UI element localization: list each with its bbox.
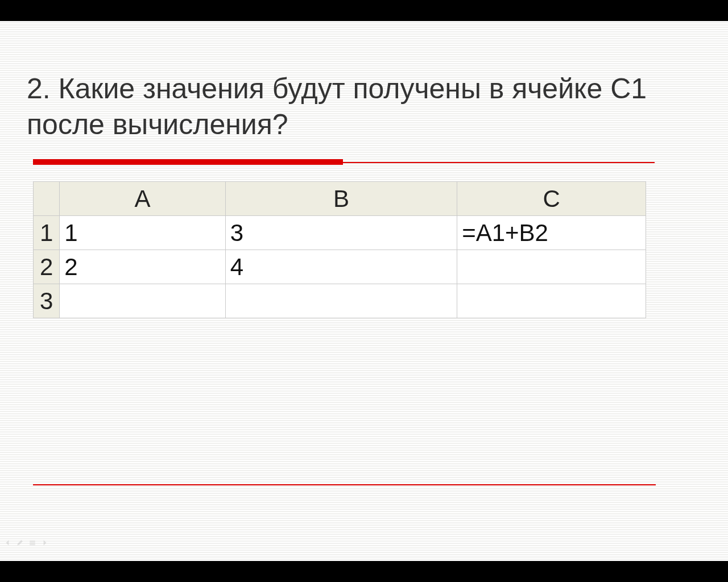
slide-controls (3, 539, 49, 547)
title-underline (27, 159, 655, 167)
thick-red-line (33, 159, 343, 165)
pen-icon[interactable] (16, 539, 24, 547)
cell-b2: 4 (225, 250, 457, 284)
cell-a3 (60, 284, 226, 318)
cell-a2: 2 (60, 250, 226, 284)
svg-rect-0 (30, 541, 35, 542)
corner-cell (34, 182, 60, 216)
row-header: 1 (34, 216, 60, 250)
bottom-red-line (33, 484, 656, 485)
spreadsheet-table: A B C 1 1 3 =A1+B2 2 2 4 (33, 181, 646, 318)
row-header: 3 (34, 284, 60, 318)
svg-rect-2 (30, 544, 35, 545)
spreadsheet-wrap: A B C 1 1 3 =A1+B2 2 2 4 (33, 181, 646, 318)
table-row: 1 1 3 =A1+B2 (34, 216, 646, 250)
table-row: 3 (34, 284, 646, 318)
cell-c1: =A1+B2 (457, 216, 646, 250)
prev-slide-icon[interactable] (3, 539, 11, 547)
menu-icon[interactable] (28, 539, 36, 547)
col-header-b: B (225, 182, 457, 216)
cell-c2 (457, 250, 646, 284)
row-header: 2 (34, 250, 60, 284)
col-header-c: C (457, 182, 646, 216)
col-header-a: A (60, 182, 226, 216)
svg-rect-1 (30, 542, 35, 543)
slide: 2. Какие значения будут получены в ячейк… (0, 21, 728, 561)
question-title: 2. Какие значения будут получены в ячейк… (27, 71, 652, 142)
table-row: 2 2 4 (34, 250, 646, 284)
cell-c3 (457, 284, 646, 318)
cell-a1: 1 (60, 216, 226, 250)
next-slide-icon[interactable] (41, 539, 49, 547)
cell-b3 (225, 284, 457, 318)
cell-b1: 3 (225, 216, 457, 250)
